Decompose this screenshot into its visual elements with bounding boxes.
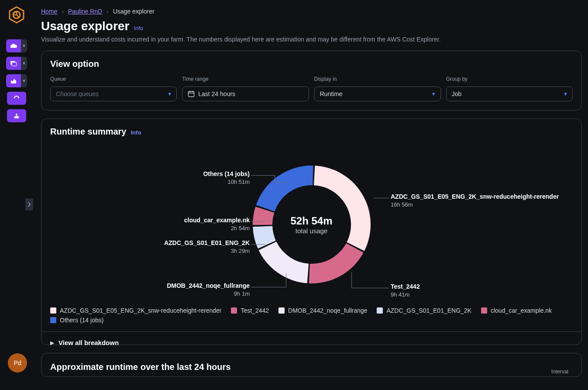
segment-value: 16h 56m	[391, 201, 559, 209]
breadcrumb-home[interactable]: Home	[41, 8, 57, 15]
svg-point-2	[14, 12, 17, 15]
segment-label: DMOB_2442_noqe_fullrange	[167, 282, 250, 290]
view-option-panel: View option Queue Choose queues ▼ Time r…	[41, 51, 582, 110]
donut-segment[interactable]	[313, 166, 370, 251]
chevron-down-icon: ▼	[431, 91, 436, 97]
legend-swatch	[231, 307, 237, 314]
svg-rect-7	[189, 92, 194, 97]
legend-item[interactable]: DMOB_2442_noqe_fullrange	[279, 307, 367, 314]
legend-item[interactable]: Others (14 jobs)	[50, 317, 103, 324]
legend-label: cloud_car_example.nk	[491, 307, 552, 314]
donut-segment[interactable]	[256, 166, 313, 211]
segment-label: Test_2442	[391, 283, 420, 291]
triangle-right-icon: ▶	[50, 340, 54, 346]
user-avatar[interactable]: Pd	[8, 353, 27, 373]
queue-select[interactable]: Choose queues ▼	[50, 86, 177, 101]
chevron-down-icon: ▼	[563, 91, 568, 97]
queue-label: Queue	[50, 76, 177, 82]
legend-item[interactable]: Test_2442	[231, 307, 269, 314]
segment-label: Others (14 jobs)	[203, 170, 250, 178]
legend-label: AZDC_GS_S01_E01_ENG_2K	[386, 307, 471, 314]
chevron-right-icon: ›	[107, 8, 108, 15]
svg-line-3	[17, 15, 19, 17]
time-range-select[interactable]: Last 24 hours	[182, 86, 309, 101]
nav-cloud-button[interactable]: ▼	[6, 39, 27, 52]
chart-legend: AZDC_GS_S01_E05_ENG_2K_snw-reduceheight-…	[50, 307, 573, 324]
segment-label: AZDC_GS_S01_E01_ENG_2K	[164, 239, 250, 247]
segment-label: cloud_car_example.nk	[184, 216, 250, 224]
breadcrumb: Home › Pauline RnD › Usage explorer	[41, 0, 582, 15]
group-by-label: Group by	[446, 76, 573, 82]
display-in-select[interactable]: Runtime ▼	[314, 86, 441, 101]
time-range-label: Time range	[182, 76, 309, 82]
nav-gauge-button[interactable]	[7, 92, 26, 105]
legend-swatch	[50, 317, 56, 323]
info-link[interactable]: Info	[131, 129, 141, 136]
legend-item[interactable]: AZDC_GS_S01_E01_ENG_2K	[377, 307, 471, 314]
donut-total: 52h 54m	[290, 215, 332, 227]
main-content: Home › Pauline RnD › Usage explorer Usag…	[41, 0, 588, 390]
donut-segment[interactable]	[258, 242, 309, 283]
breadcrumb-project[interactable]: Pauline RnD	[68, 8, 103, 15]
legend-label: DMOB_2442_noqe_fullrange	[288, 307, 367, 314]
view-all-breakdown-toggle[interactable]: ▶ View all breakdown	[41, 331, 581, 353]
display-in-label: Display in	[314, 76, 441, 82]
segment-value: 9h 41m	[391, 291, 420, 299]
legend-swatch	[481, 307, 487, 314]
segment-label: AZDC_GS_S01_E05_ENG_2K_snw-reduceheight-…	[391, 193, 559, 201]
legend-label: Test_2442	[241, 307, 269, 314]
left-sidebar: ▼ ▼ ▼ Pd	[0, 0, 33, 390]
segment-value: 10h 51m	[203, 178, 250, 186]
segment-value: 2h 54m	[184, 224, 250, 232]
chevron-down-icon: ▼	[167, 91, 172, 97]
segment-value: 9h 1m	[167, 290, 250, 298]
segment-value: 3h 29m	[164, 247, 250, 255]
chevron-down-icon[interactable]: ▼	[21, 74, 27, 87]
donut-caption: total usage	[290, 227, 332, 235]
legend-label: Others (14 jobs)	[60, 317, 103, 324]
runtime-over-time-panel: Approximate runtime over the last 24 hou…	[41, 353, 582, 377]
chevron-down-icon[interactable]: ▼	[21, 57, 27, 70]
nav-windows-button[interactable]: ▼	[6, 57, 27, 70]
legend-swatch	[50, 307, 56, 314]
legend-item[interactable]: AZDC_GS_S01_E05_ENG_2K_snw-reduceheight-…	[50, 307, 221, 314]
svg-rect-6	[16, 114, 17, 116]
chevron-right-icon: ›	[62, 8, 63, 15]
legend-swatch	[279, 307, 285, 314]
runtime-donut-chart: 52h 54m total usage AZDC_GS_S01_E05_ENG_…	[50, 144, 573, 305]
legend-swatch	[377, 307, 383, 314]
group-by-select[interactable]: Job ▼	[446, 86, 573, 101]
view-option-title: View option	[50, 59, 573, 69]
app-logo-icon	[8, 6, 25, 24]
legend-item[interactable]: cloud_car_example.nk	[481, 307, 552, 314]
legend-label: AZDC_GS_S01_E05_ENG_2K_snw-reduceheight-…	[60, 307, 221, 314]
interval-label: Interval	[551, 369, 568, 375]
info-link[interactable]: Info	[134, 25, 143, 31]
breadcrumb-current: Usage explorer	[113, 8, 155, 15]
runtime-summary-title: Runtime summary	[50, 127, 127, 137]
calendar-icon	[188, 90, 195, 97]
nav-chart-button[interactable]: ▼	[6, 74, 27, 87]
donut-segment[interactable]	[309, 243, 363, 283]
nav-boat-button[interactable]	[7, 109, 26, 122]
runtime-summary-panel: Runtime summary Info 52h 54m total usage…	[41, 118, 582, 345]
chevron-down-icon[interactable]: ▼	[21, 39, 27, 52]
page-title: Usage explorer	[41, 19, 129, 33]
svg-rect-5	[12, 62, 17, 66]
runtime-over-time-title: Approximate runtime over the last 24 hou…	[50, 362, 573, 372]
page-description: Visualize and understand costs incurred …	[41, 36, 582, 43]
sidebar-expand-handle[interactable]	[25, 198, 33, 211]
